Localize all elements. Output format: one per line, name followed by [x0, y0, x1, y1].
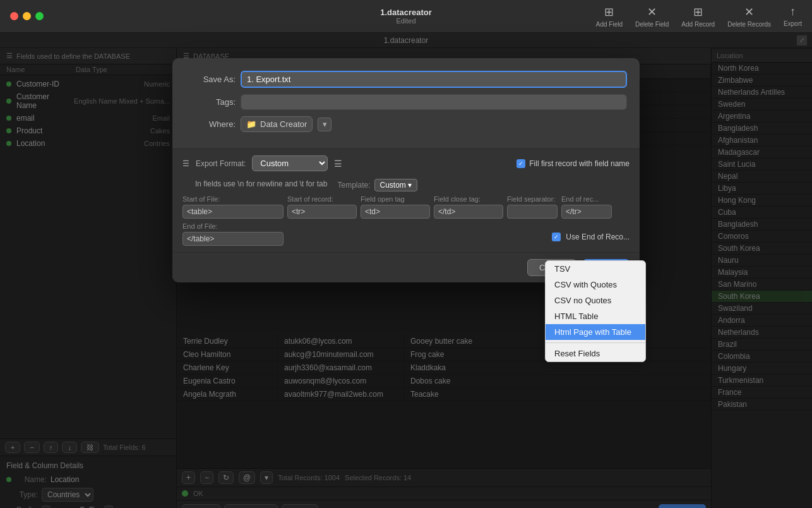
- start-of-file-input[interactable]: [182, 205, 284, 219]
- save-as-row: Save As: 1. Export.txt: [185, 71, 627, 88]
- format-select[interactable]: Custom: [252, 155, 328, 171]
- modal-overlay: Save As: 1. Export.txt Tags: Where: 📁 Da…: [0, 33, 812, 508]
- export-icon: ☰: [182, 159, 189, 168]
- start-of-record-group: Start of record:: [287, 195, 357, 219]
- end-of-record-input[interactable]: [561, 205, 612, 219]
- field-close-tag-label: Field close tag:: [434, 195, 503, 203]
- end-of-record-label: End of rec...: [561, 195, 612, 203]
- save-as-input[interactable]: 1. Export.txt: [241, 71, 627, 88]
- start-of-file-label: Start of File:: [182, 195, 284, 203]
- tags-label: Tags:: [185, 97, 236, 107]
- fill-checkbox[interactable]: ✓: [516, 159, 525, 168]
- template-select[interactable]: Custom ▾: [374, 179, 418, 191]
- dropdown-item-reset[interactable]: Reset Fields: [546, 346, 645, 361]
- tag-fields-container: Start of File: Start of record: Field op…: [182, 195, 630, 219]
- close-button[interactable]: [10, 12, 18, 20]
- end-of-file-group: End of File:: [182, 222, 284, 246]
- folder-icon: 📁: [246, 119, 256, 129]
- export-format-row: ☰ Export Format: Custom ☰ ✓ Fill first r…: [182, 155, 630, 171]
- folder-label: Data Creator: [260, 119, 307, 129]
- use-end-checkbox[interactable]: ✓: [552, 233, 561, 241]
- add-record-button[interactable]: ⊞ Add Record: [681, 5, 715, 28]
- end-of-file-row: End of File: ✓ Use End of Reco...: [182, 222, 630, 246]
- dropdown-item-csv-no-quotes[interactable]: CSV no Quotes: [546, 293, 645, 308]
- save-form: Save As: 1. Export.txt Tags: Where: 📁 Da…: [172, 71, 640, 148]
- export-section: ☰ Export Format: Custom ☰ ✓ Fill first r…: [172, 148, 640, 252]
- list-icon-button[interactable]: ☰: [334, 159, 342, 169]
- use-end-label: Use End of Reco...: [566, 233, 630, 241]
- field-close-tag-input[interactable]: [434, 205, 503, 219]
- dropdown-item-tsv[interactable]: TSV: [546, 261, 645, 277]
- template-row: Template: Custom ▾: [337, 179, 417, 191]
- minimize-button[interactable]: [23, 12, 31, 20]
- start-of-record-label: Start of record:: [287, 195, 357, 203]
- app-name: 1.datacreator: [380, 8, 432, 17]
- delete-records-button[interactable]: ✕ Delete Records: [727, 5, 771, 28]
- export-button[interactable]: ↑ Export: [784, 5, 802, 27]
- field-separator-input[interactable]: [507, 205, 558, 219]
- tags-row: Tags:: [185, 94, 627, 110]
- where-controls: 📁 Data Creator ▾: [241, 116, 331, 132]
- export-modal: Save As: 1. Export.txt Tags: Where: 📁 Da…: [172, 58, 640, 282]
- title-bar: 1.datacreator Edited ⊞ Add Field ✕ Delet…: [0, 0, 812, 33]
- maximize-button[interactable]: [35, 12, 44, 20]
- folder-button[interactable]: 📁 Data Creator: [241, 116, 313, 132]
- where-row: Where: 📁 Data Creator ▾: [185, 116, 627, 132]
- use-end-row: ✓ Use End of Reco...: [552, 233, 630, 241]
- toolbar: ⊞ Add Field ✕ Delete Field ⊞ Add Record …: [596, 5, 802, 28]
- end-of-file-label: End of File:: [182, 222, 284, 230]
- hint-text: In fields use \n for newline and \t for …: [195, 179, 327, 188]
- dropdown-divider: [546, 342, 645, 343]
- chevron-button[interactable]: ▾: [318, 118, 331, 131]
- app-subtitle: Edited: [380, 17, 432, 25]
- traffic-lights: [10, 12, 44, 20]
- field-open-tag-label: Field open tag: [361, 195, 430, 203]
- app-title: 1.datacreator Edited: [380, 8, 432, 25]
- save-as-label: Save As:: [185, 75, 236, 84]
- dropdown-item-html-table[interactable]: HTML Table: [546, 308, 645, 324]
- template-label: Template:: [337, 181, 370, 190]
- delete-field-button[interactable]: ✕ Delete Field: [635, 5, 669, 28]
- field-open-tag-group: Field open tag: [361, 195, 430, 219]
- end-of-file-input[interactable]: [182, 232, 284, 246]
- field-close-tag-group: Field close tag:: [434, 195, 503, 219]
- start-of-file-group: Start of File:: [182, 195, 284, 219]
- field-separator-group: Field separator:: [507, 195, 558, 219]
- where-label: Where:: [185, 119, 236, 129]
- fill-label: Fill first record with field name: [529, 159, 630, 168]
- format-dropdown: TSV CSV with Quotes CSV no Quotes HTML T…: [545, 260, 646, 362]
- dropdown-item-csv-quotes[interactable]: CSV with Quotes: [546, 277, 645, 293]
- field-open-tag-input[interactable]: [361, 205, 430, 219]
- end-of-record-group: End of rec...: [561, 195, 612, 219]
- dropdown-item-html-page[interactable]: Html Page with Table: [546, 324, 645, 340]
- add-field-button[interactable]: ⊞ Add Field: [596, 5, 623, 28]
- fill-first-record-row: ✓ Fill first record with field name: [516, 159, 630, 168]
- tags-input[interactable]: [241, 94, 627, 110]
- export-format-label: Export Format:: [196, 159, 246, 168]
- field-separator-label: Field separator:: [507, 195, 558, 203]
- start-of-record-input[interactable]: [287, 205, 357, 219]
